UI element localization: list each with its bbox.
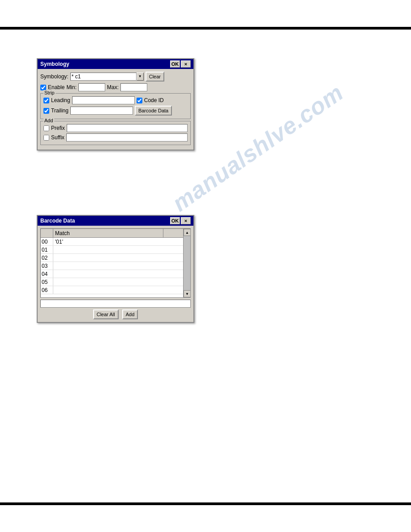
symbology-select-box[interactable]: * c1 [70, 73, 137, 81]
suffix-checkbox[interactable] [43, 135, 49, 141]
symbology-content: Symbology: * c1 ▼ Clear Enable Min: 34 M… [38, 69, 193, 150]
barcode-text-input[interactable] [40, 300, 191, 308]
td-num: 02 [41, 254, 53, 262]
trailing-label: Trailing [51, 107, 68, 114]
code-id-checkbox[interactable] [137, 98, 142, 103]
symbology-titlebar-buttons: OK × [170, 60, 191, 68]
strip-title: Strip [43, 90, 56, 95]
symbology-close-button[interactable]: × [181, 60, 191, 68]
trailing-input[interactable]: 18 [70, 107, 133, 115]
table-row[interactable]: 04 [41, 270, 190, 278]
add-group: Add Prefix Suffix [40, 121, 191, 145]
trailing-checkbox[interactable] [43, 108, 49, 114]
td-num: 04 [41, 270, 53, 278]
max-input[interactable]: 34 [120, 83, 147, 91]
clear-all-button[interactable]: Clear All [93, 309, 119, 319]
symbology-titlebar: Symbology OK × [38, 59, 193, 69]
scroll-track [184, 236, 190, 290]
td-num: 05 [41, 278, 53, 286]
barcode-titlebar-buttons: OK × [170, 217, 191, 224]
symbology-label: Symbology: [40, 73, 68, 80]
enable-checkbox[interactable] [40, 85, 46, 90]
symbology-select-value: * c1 [72, 73, 81, 80]
suffix-input[interactable] [66, 133, 188, 142]
table-body: 00'01'010203040506 [41, 238, 190, 297]
barcode-input-row [40, 300, 191, 308]
td-match [53, 278, 190, 286]
table-row[interactable]: 00'01' [41, 238, 190, 246]
barcode-ok-button[interactable]: OK [170, 217, 180, 224]
barcode-data-button[interactable]: Barcode Data [135, 106, 172, 116]
table-header: Match [41, 229, 190, 238]
symbology-dialog: Symbology OK × Symbology: * c1 ▼ Clear E… [37, 58, 194, 150]
add-button[interactable]: Add [122, 309, 138, 319]
table-row[interactable]: 02 [41, 254, 190, 262]
table-row[interactable]: 05 [41, 278, 190, 286]
leading-input[interactable]: 2 [72, 96, 135, 104]
scroll-up-button[interactable]: ▲ [184, 229, 191, 236]
barcode-data-dialog: Barcode Data OK × Match 00'01'0102030405… [37, 215, 194, 323]
symbology-dropdown-arrow[interactable]: ▼ [137, 73, 144, 81]
barcode-titlebar: Barcode Data OK × [38, 216, 193, 226]
th-match: Match [53, 229, 163, 237]
barcode-content: Match 00'01'010203040506 ▲ ▼ Clear All A… [38, 226, 193, 322]
strip-group: Strip Leading 2 Code ID Trailing 18 Barc… [40, 93, 191, 119]
table-row[interactable]: 01 [41, 246, 190, 254]
prefix-input[interactable] [67, 124, 188, 132]
clear-button[interactable]: Clear [146, 72, 164, 82]
top-bar [0, 27, 411, 30]
td-match [53, 262, 190, 270]
min-label: Min: [66, 84, 77, 90]
suffix-label: Suffix [51, 134, 64, 141]
trailing-row: Trailing 18 Barcode Data [43, 106, 188, 116]
td-num: 01 [41, 246, 53, 253]
td-match: '01' [53, 238, 190, 245]
suffix-row: Suffix [43, 133, 188, 142]
leading-row: Leading 2 Code ID [43, 96, 188, 104]
td-match [53, 246, 190, 253]
th-num [41, 229, 53, 237]
enable-min-max-row: Enable Min: 34 Max: 34 [40, 83, 191, 91]
prefix-checkbox[interactable] [43, 125, 49, 131]
td-match [53, 270, 190, 278]
scroll-down-button[interactable]: ▼ [184, 290, 191, 297]
table-row[interactable]: 03 [41, 262, 190, 270]
td-match [53, 286, 190, 294]
symbology-select-row: Symbology: * c1 ▼ Clear [40, 72, 191, 82]
add-title: Add [43, 118, 54, 123]
watermark: manualshlve.com [167, 79, 348, 217]
max-label: Max: [107, 84, 119, 90]
symbology-ok-button[interactable]: OK [170, 60, 180, 68]
leading-checkbox[interactable] [43, 98, 49, 103]
table-row[interactable]: 06 [41, 286, 190, 294]
enable-label: Enable [48, 84, 64, 90]
symbology-title: Symbology [40, 61, 69, 67]
prefix-row: Prefix [43, 124, 188, 132]
code-id-label: Code ID [144, 97, 164, 103]
td-match [53, 254, 190, 262]
barcode-close-button[interactable]: × [181, 217, 191, 224]
td-num: 06 [41, 286, 53, 294]
barcode-table-container: Match 00'01'010203040506 ▲ ▼ [40, 228, 191, 298]
td-num: 03 [41, 262, 53, 270]
symbology-select-wrapper: * c1 ▼ [70, 73, 144, 81]
bottom-bar [0, 502, 411, 505]
table-scrollbar[interactable]: ▲ ▼ [183, 229, 190, 297]
barcode-buttons: Clear All Add [40, 309, 191, 319]
leading-label: Leading [51, 97, 70, 103]
barcode-title: Barcode Data [40, 218, 75, 224]
td-num: 00 [41, 238, 53, 245]
prefix-label: Prefix [51, 125, 65, 131]
min-input[interactable]: 34 [78, 83, 105, 91]
